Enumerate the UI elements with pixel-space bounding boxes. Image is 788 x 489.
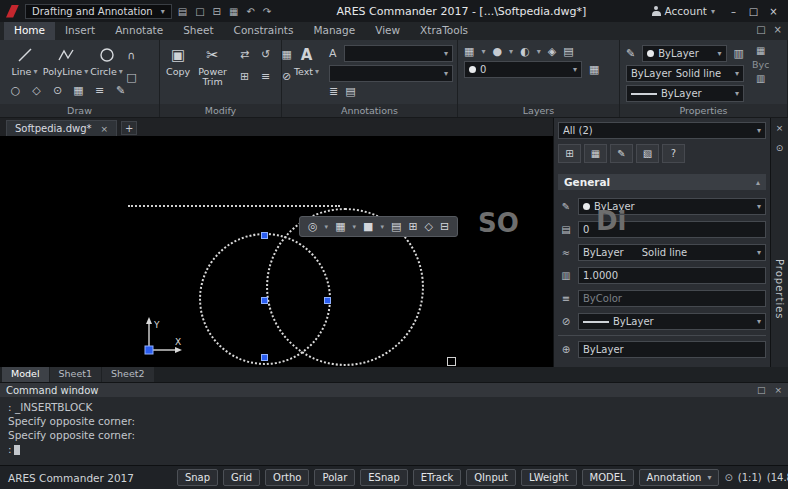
- layers-icon[interactable]: ▦: [335, 220, 345, 233]
- grip-handle[interactable]: [261, 297, 268, 304]
- isolate-icon[interactable]: ◇: [425, 220, 433, 233]
- power-trim-tool[interactable]: ✂ Power Trim: [194, 45, 231, 87]
- group-icon[interactable]: ⊞: [408, 220, 417, 233]
- properties-mini-icon[interactable]: ▥: [756, 73, 765, 84]
- text-style-icon[interactable]: A: [329, 47, 337, 60]
- edit-filter-icon[interactable]: ✎: [610, 144, 633, 163]
- close-panel-icon[interactable]: ×: [774, 385, 782, 395]
- arc-tool-icon[interactable]: ∩: [122, 46, 141, 66]
- minimize-button[interactable]: –: [725, 6, 742, 17]
- properties-mini-icon[interactable]: ▦: [756, 45, 765, 56]
- annotation-scale-combo[interactable]: Annotation ▾: [639, 469, 720, 486]
- general-section-header[interactable]: General ▴: [558, 174, 766, 190]
- save-icon[interactable]: ⊟: [213, 6, 221, 17]
- tab-insert[interactable]: Insert: [55, 22, 105, 40]
- tab-annotate[interactable]: Annotate: [105, 22, 173, 40]
- tab-model[interactable]: Model: [2, 367, 49, 382]
- polygon-tool-icon[interactable]: ◇: [27, 81, 46, 101]
- linescale-property-field[interactable]: 1.0000: [578, 267, 766, 284]
- layer-on-icon[interactable]: ●: [492, 45, 502, 58]
- lineweight-combo[interactable]: ByLayer ▾: [626, 85, 744, 102]
- circle-tool[interactable]: Circle▾: [88, 45, 125, 77]
- printstyle-property-field[interactable]: ByLayer: [578, 341, 766, 358]
- scale-tool-icon[interactable]: ⊞: [235, 67, 254, 87]
- grip-handle[interactable]: [324, 297, 331, 304]
- color-combo[interactable]: ByLayer ▾: [642, 45, 726, 62]
- ellipse-tool-icon[interactable]: ○: [6, 81, 25, 101]
- polar-toggle[interactable]: Polar: [314, 469, 355, 486]
- select-entities-icon[interactable]: ⊞: [558, 144, 581, 163]
- grid-toggle[interactable]: Grid: [223, 469, 260, 486]
- hatch-tool-icon[interactable]: ▦: [69, 81, 88, 101]
- model-toggle[interactable]: MODEL: [582, 469, 634, 486]
- float-panel-icon[interactable]: □: [757, 385, 766, 395]
- zoom-icon[interactable]: ◎: [308, 220, 318, 233]
- close-palette-icon[interactable]: ×: [776, 123, 784, 133]
- command-window-header[interactable]: Command window □ ×: [0, 383, 788, 397]
- tab-constraints[interactable]: Constraints: [224, 22, 304, 40]
- lineweight-bars-icon[interactable]: ▥: [734, 47, 744, 60]
- quick-select-icon[interactable]: ▦: [584, 144, 607, 163]
- undo-icon[interactable]: ↶: [246, 6, 254, 17]
- tab-sheet2[interactable]: Sheet2: [102, 367, 154, 382]
- text-tool[interactable]: A Text▾: [288, 45, 325, 98]
- grip-handle[interactable]: [261, 354, 268, 361]
- new-tab-button[interactable]: +: [121, 121, 137, 135]
- close-button[interactable]: ×: [765, 6, 782, 17]
- tab-view[interactable]: View: [365, 22, 410, 40]
- maximize-button[interactable]: □: [745, 6, 762, 17]
- workspace-selector[interactable]: Drafting and Annotation ▾: [25, 4, 172, 19]
- linestyle-property-combo[interactable]: ByLayer Solid line ▾: [578, 244, 766, 261]
- ortho-toggle[interactable]: Ortho: [265, 469, 309, 486]
- point-tool-icon[interactable]: ⊙: [48, 81, 67, 101]
- doc-restore-icon[interactable]: □: [756, 24, 765, 35]
- drawing-canvas[interactable]: ◎ ▾ ▦ ▾ ■ ▾ ▤ ⊞ ◇ ⊟ SO: [0, 136, 553, 367]
- esnap-toggle[interactable]: ESnap: [360, 469, 407, 486]
- layer-states-icon[interactable]: ▤: [563, 45, 573, 58]
- pin-icon[interactable]: ⊙: [776, 143, 784, 153]
- new-icon[interactable]: ▤: [178, 6, 187, 17]
- command-history[interactable]: : _INSERTBLOCK Specify opposite corner: …: [0, 397, 788, 465]
- hide-icon[interactable]: ⊟: [440, 220, 449, 233]
- lweight-toggle[interactable]: LWeight: [521, 469, 577, 486]
- close-tab-icon[interactable]: ×: [101, 124, 109, 134]
- command-prompt[interactable]: :: [8, 442, 780, 456]
- copy-tool[interactable]: ▣ Copy: [166, 45, 190, 87]
- text-style-combo[interactable]: ▾: [344, 45, 453, 62]
- snap-toggle[interactable]: Snap: [177, 469, 218, 486]
- linestyle-combo[interactable]: ByLayer Solid line ▾: [626, 65, 744, 82]
- scale-value[interactable]: (1:1): [738, 472, 762, 483]
- tab-xtratools[interactable]: XtraTools: [410, 22, 478, 40]
- tab-manage[interactable]: Manage: [303, 22, 365, 40]
- annotation-gear-icon[interactable]: ⊙: [724, 472, 732, 483]
- account-menu[interactable]: Account ▾: [652, 5, 715, 17]
- dotted-line-entity[interactable]: [128, 205, 340, 207]
- qinput-toggle[interactable]: QInput: [466, 469, 516, 486]
- tab-sheet[interactable]: Sheet: [173, 22, 223, 40]
- spline-tool-icon[interactable]: ≡: [90, 81, 109, 101]
- layer-freeze-icon[interactable]: ◐: [520, 45, 530, 58]
- fill-icon[interactable]: ■: [363, 220, 373, 233]
- grip-handle[interactable]: [261, 232, 268, 239]
- rectangle-tool-icon[interactable]: □: [122, 68, 141, 88]
- open-icon[interactable]: □: [195, 6, 204, 17]
- line-tool[interactable]: Line▾: [6, 45, 43, 77]
- rotate-tool-icon[interactable]: ↺: [256, 45, 275, 65]
- ordinate-icon[interactable]: ≣: [329, 85, 338, 98]
- table-icon[interactable]: ▤: [345, 85, 355, 98]
- selection-filter-combo[interactable]: All (2) ▾: [558, 122, 766, 139]
- move-tool-icon[interactable]: ⇄: [235, 45, 254, 65]
- lineweight-property-combo[interactable]: ByLayer ▾: [578, 313, 766, 330]
- stretch-tool-icon[interactable]: ≡: [256, 67, 275, 87]
- redo-icon[interactable]: ↷: [263, 6, 271, 17]
- dimension-style-combo[interactable]: ▾: [329, 65, 453, 82]
- layer-combo[interactable]: 0 ▾: [464, 61, 582, 78]
- tab-sheet1[interactable]: Sheet1: [50, 367, 102, 382]
- layer-match-icon[interactable]: ▦: [589, 63, 599, 76]
- layer-manager-icon[interactable]: ▦: [464, 45, 474, 58]
- tab-home[interactable]: Home: [4, 22, 55, 40]
- filter-icon[interactable]: ▧: [636, 144, 659, 163]
- help-icon[interactable]: ?: [662, 144, 685, 163]
- document-tab[interactable]: Softpedia.dwg* ×: [6, 120, 117, 136]
- sheet-icon[interactable]: ▤: [391, 220, 401, 233]
